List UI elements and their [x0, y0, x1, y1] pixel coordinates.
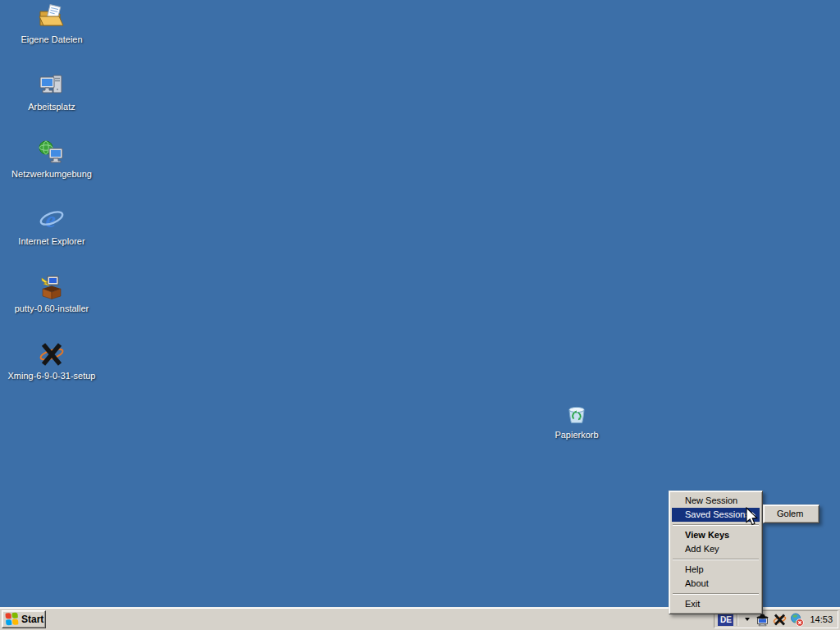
- windows-logo-icon: [5, 612, 18, 626]
- start-button-label: Start: [21, 614, 43, 625]
- mouse-cursor-icon: [746, 507, 760, 529]
- desktop-icon-papierkorb[interactable]: Papierkorb: [536, 399, 618, 441]
- tray-clock[interactable]: 14:53: [810, 614, 833, 624]
- internet-explorer-icon: e: [38, 206, 66, 234]
- xming-icon[interactable]: [773, 613, 787, 627]
- language-indicator[interactable]: DE: [718, 613, 733, 626]
- saved-sessions-submenu: Golem: [763, 504, 819, 523]
- network-places-icon: [38, 139, 66, 167]
- desktop-icon-label: Arbeitsplatz: [28, 102, 75, 112]
- desktop-icon-xming-setup[interactable]: Xming-6-9-0-31-setup: [11, 340, 93, 381]
- menu-separator: [673, 593, 759, 595]
- my-documents-icon: [38, 4, 66, 32]
- menu-item-new-session[interactable]: New Session: [672, 494, 760, 508]
- desktop-icon-internet-explorer[interactable]: e Internet Explorer: [11, 206, 93, 247]
- my-computer-icon: [38, 71, 66, 99]
- desktop-icon-label: Netzwerkumgebung: [11, 169, 92, 180]
- desktop-icon-putty-installer[interactable]: putty-0.60-installer: [11, 273, 93, 314]
- menu-separator: [673, 559, 759, 560]
- menu-item-help[interactable]: Help: [672, 563, 760, 577]
- putty-installer-icon: [38, 273, 66, 301]
- submenu-item-golem[interactable]: Golem: [765, 507, 817, 521]
- hidden-icons-chevron-icon[interactable]: [742, 613, 752, 627]
- desktop-icon-eigene-dateien[interactable]: Eigene Dateien: [11, 4, 93, 45]
- desktop-icon-label: putty-0.60-installer: [15, 304, 89, 314]
- desktop-icon-label: Papierkorb: [555, 430, 598, 441]
- svg-text:e: e: [46, 207, 56, 232]
- menu-item-about[interactable]: About: [672, 577, 760, 591]
- desktop[interactable]: { "desktop": { "icons": [ { "label": "Ei…: [0, 0, 840, 630]
- network-alert-icon[interactable]: [790, 613, 804, 627]
- desktop-icon-label: Xming-6-9-0-31-setup: [8, 371, 96, 381]
- menu-item-add-key[interactable]: Add Key: [672, 542, 760, 556]
- desktop-icon-netzwerkumgebung[interactable]: Netzwerkumgebung: [11, 139, 93, 180]
- pageant-icon[interactable]: [756, 613, 769, 627]
- tray-divider: [737, 613, 738, 626]
- desktop-icon-label: Eigene Dateien: [21, 34, 82, 45]
- start-button[interactable]: Start: [2, 610, 46, 628]
- recycle-bin-icon: [563, 399, 591, 427]
- menu-item-label: Saved Sessions: [685, 509, 750, 519]
- desktop-icon-arbeitsplatz[interactable]: Arbeitsplatz: [11, 71, 93, 112]
- xming-setup-icon: [38, 340, 66, 368]
- desktop-icon-label: Internet Explorer: [18, 236, 84, 247]
- menu-item-view-keys[interactable]: View Keys: [672, 528, 760, 542]
- menu-item-exit[interactable]: Exit: [672, 597, 760, 611]
